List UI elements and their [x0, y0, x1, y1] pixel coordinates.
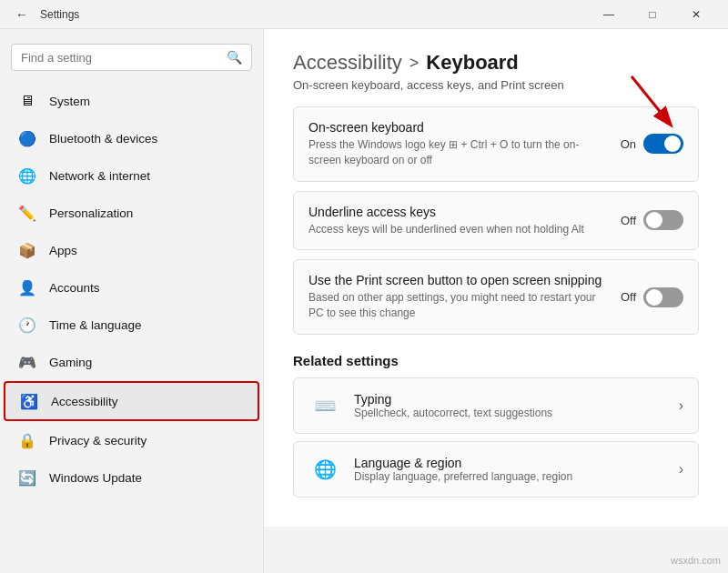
maximize-button[interactable]: □ [632, 0, 673, 29]
search-box[interactable]: 🔍 [11, 44, 252, 71]
back-button[interactable]: ← [11, 4, 33, 25]
page-header: Accessibility > Keyboard On-screen keybo… [293, 51, 699, 92]
personalization-label: Personalization [49, 206, 133, 220]
bluetooth-label: Bluetooth & devices [49, 132, 157, 146]
language-chevron-icon: › [679, 461, 683, 478]
section-subtitle: On-screen keyboard, access keys, and Pri… [293, 78, 699, 92]
language-info: Language & region Display language, pref… [354, 456, 666, 483]
print-screen-toggle-thumb [646, 289, 662, 306]
nav-items-container: 🖥 System 🔵 Bluetooth & devices 🌐 Network… [0, 82, 263, 497]
onscreen-keyboard-control[interactable]: On [621, 134, 683, 154]
sidebar-item-bluetooth[interactable]: 🔵 Bluetooth & devices [4, 120, 259, 156]
privacy-icon: 🔒 [18, 431, 36, 449]
underline-access-keys-toggle[interactable] [643, 210, 683, 230]
search-input[interactable] [21, 51, 219, 65]
app-container: 🔍 🖥 System 🔵 Bluetooth & devices 🌐 Netwo… [0, 29, 728, 573]
app-title: Settings [40, 8, 588, 21]
content-wrapper: Accessibility > Keyboard On-screen keybo… [264, 29, 728, 573]
underline-access-keys-control[interactable]: Off [621, 210, 683, 230]
underline-access-keys-title: Underline access keys [308, 205, 606, 219]
sidebar-item-gaming[interactable]: 🎮 Gaming [4, 344, 259, 380]
personalization-icon: ✏️ [18, 204, 36, 222]
breadcrumb-parent: Accessibility [293, 51, 402, 75]
bluetooth-icon: 🔵 [18, 129, 36, 147]
typing-name: Typing [354, 392, 666, 407]
onscreen-keyboard-info: On-screen keyboard Press the Windows log… [308, 120, 606, 168]
minimize-button[interactable]: — [588, 0, 630, 29]
underline-access-keys-toggle-thumb [646, 212, 662, 228]
gaming-icon: 🎮 [18, 353, 36, 371]
titlebar: ← Settings — □ ✕ [0, 0, 728, 29]
sidebar-item-network[interactable]: 🌐 Network & internet [4, 157, 259, 194]
sidebar-item-accounts[interactable]: 👤 Accounts [4, 269, 259, 306]
sidebar-item-update[interactable]: 🔄 Windows Update [4, 459, 259, 496]
related-card-language[interactable]: 🌐 Language & region Display language, pr… [293, 441, 699, 498]
sidebar-item-system[interactable]: 🖥 System [4, 83, 259, 119]
update-icon: 🔄 [18, 468, 36, 487]
content-area: Accessibility > Keyboard On-screen keybo… [264, 29, 728, 527]
print-screen-state: Off [621, 290, 636, 304]
update-label: Windows Update [49, 471, 142, 485]
onscreen-keyboard-state: On [621, 137, 636, 151]
gaming-label: Gaming [49, 356, 92, 369]
breadcrumb-current: Keyboard [426, 51, 518, 75]
sidebar: 🔍 🖥 System 🔵 Bluetooth & devices 🌐 Netwo… [0, 29, 264, 573]
typing-desc: Spellcheck, autocorrect, text suggestion… [354, 407, 666, 419]
breadcrumb: Accessibility > Keyboard [293, 51, 699, 75]
close-button[interactable]: ✕ [675, 0, 717, 29]
sidebar-item-accessibility[interactable]: ♿ Accessibility [4, 381, 259, 421]
settings-container: On-screen keyboard Press the Windows log… [293, 106, 699, 335]
accessibility-label: Accessibility [51, 395, 118, 408]
onscreen-keyboard-toggle[interactable] [643, 134, 683, 154]
system-icon: 🖥 [18, 92, 36, 110]
accessibility-icon: ♿ [20, 392, 38, 410]
language-icon: 🌐 [308, 453, 341, 486]
related-settings-title: Related settings [293, 353, 699, 368]
language-name: Language & region [354, 456, 666, 470]
underline-access-keys-info: Underline access keys Access keys will b… [308, 205, 606, 237]
system-label: System [49, 95, 90, 108]
print-screen-info: Use the Print screen button to open scre… [308, 273, 606, 321]
window-controls: — □ ✕ [588, 0, 717, 29]
sidebar-item-privacy[interactable]: 🔒 Privacy & security [4, 422, 259, 458]
setting-card-onscreen-keyboard: On-screen keyboard Press the Windows log… [293, 106, 699, 182]
onscreen-keyboard-toggle-thumb [664, 136, 681, 152]
sidebar-item-apps[interactable]: 📦 Apps [4, 232, 259, 268]
sidebar-item-time[interactable]: 🕐 Time & language [4, 307, 259, 343]
accounts-label: Accounts [49, 281, 100, 295]
related-container: ⌨️ Typing Spellcheck, autocorrect, text … [293, 377, 699, 498]
search-icon: 🔍 [227, 50, 242, 65]
time-icon: 🕐 [18, 316, 36, 334]
underline-access-keys-state: Off [621, 214, 636, 227]
privacy-label: Privacy & security [49, 434, 147, 447]
watermark: wsxdn.com [671, 555, 721, 566]
typing-icon: ⌨️ [308, 389, 341, 422]
onscreen-keyboard-title: On-screen keyboard [308, 120, 606, 135]
breadcrumb-arrow: > [410, 54, 420, 73]
typing-info: Typing Spellcheck, autocorrect, text sug… [354, 392, 666, 419]
print-screen-toggle[interactable] [643, 287, 683, 307]
onscreen-keyboard-desc: Press the Windows logo key ⊞ + Ctrl + O … [308, 137, 606, 168]
language-desc: Display language, preferred language, re… [354, 470, 666, 483]
apps-label: Apps [49, 244, 77, 257]
network-label: Network & internet [49, 169, 150, 183]
print-screen-control[interactable]: Off [621, 287, 683, 307]
print-screen-desc: Based on other app settings, you might n… [308, 290, 606, 321]
underline-access-keys-desc: Access keys will be underlined even when… [308, 222, 606, 237]
print-screen-title: Use the Print screen button to open scre… [308, 273, 606, 287]
sidebar-item-personalization[interactable]: ✏️ Personalization [4, 195, 259, 231]
typing-chevron-icon: › [679, 397, 683, 414]
setting-card-underline-access-keys: Underline access keys Access keys will b… [293, 191, 699, 251]
related-card-typing[interactable]: ⌨️ Typing Spellcheck, autocorrect, text … [293, 377, 699, 434]
accounts-icon: 👤 [18, 278, 36, 297]
time-label: Time & language [49, 318, 142, 332]
network-icon: 🌐 [18, 166, 36, 185]
apps-icon: 📦 [18, 241, 36, 259]
setting-card-print-screen: Use the Print screen button to open scre… [293, 259, 699, 335]
